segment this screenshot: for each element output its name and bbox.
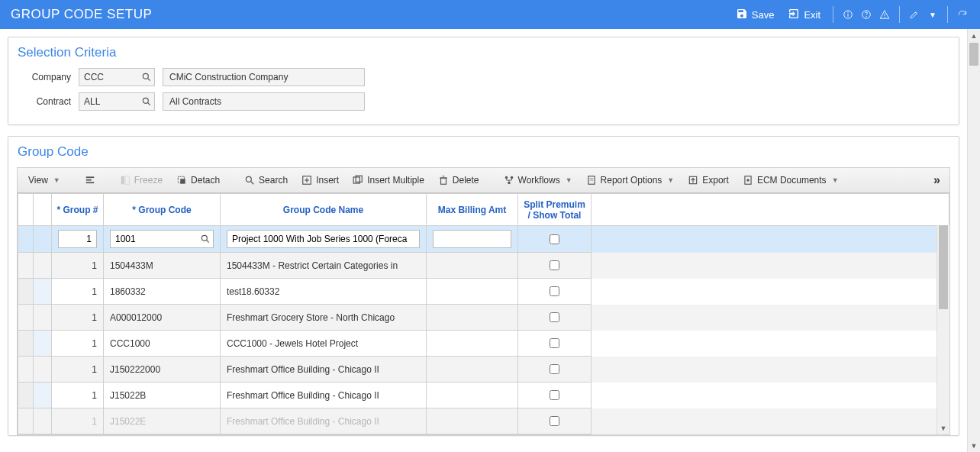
max-billing-cell: [427, 408, 518, 434]
company-input-wrap: [79, 68, 155, 86]
freeze-label: Freeze: [134, 175, 163, 186]
search-icon[interactable]: [141, 96, 152, 107]
export-icon: [688, 175, 698, 186]
row-selector[interactable]: [34, 331, 52, 357]
dropdown-caret[interactable]: ▼: [926, 11, 940, 19]
exit-button[interactable]: Exit: [783, 5, 825, 25]
exit-label: Exit: [804, 9, 820, 21]
export-button[interactable]: Export: [682, 172, 735, 189]
contract-label: Contract: [18, 96, 71, 107]
svg-point-9: [143, 98, 148, 103]
edit-icon[interactable]: [907, 8, 921, 21]
column-group-code[interactable]: * Group Code: [104, 194, 221, 226]
group-code-name-cell: Freshmart Office Building - Chicago II: [221, 357, 427, 383]
svg-rect-15: [125, 176, 129, 185]
row-selector[interactable]: [34, 226, 52, 253]
row-handle[interactable]: [18, 226, 34, 253]
group-code-input[interactable]: [110, 230, 214, 248]
app-header: GROUP CODE SETUP Save Exit ▼: [0, 0, 980, 29]
group-code-name-input[interactable]: [227, 230, 420, 248]
grid-scrollbar[interactable]: ▼: [936, 225, 949, 434]
detach-button[interactable]: Detach: [170, 172, 226, 189]
company-row: Company CMiC Construction Company: [18, 68, 949, 86]
save-button[interactable]: Save: [731, 5, 779, 25]
info-icon[interactable]: [841, 8, 855, 21]
format-button[interactable]: [79, 172, 102, 189]
insert-icon: [301, 175, 312, 186]
save-icon: [736, 8, 748, 22]
split-premium-checkbox[interactable]: [550, 260, 559, 270]
refresh-icon[interactable]: [956, 8, 969, 21]
max-billing-cell: [427, 331, 518, 357]
svg-point-30: [508, 182, 511, 185]
table-row[interactable]: 1J15022EFreshmart Office Building - Chic…: [18, 408, 949, 434]
row-handle[interactable]: [18, 253, 34, 279]
column-group-code-name[interactable]: Group Code Name: [221, 194, 427, 226]
split-premium-checkbox[interactable]: [550, 312, 559, 322]
table-row[interactable]: 1A000012000Freshmart Grocery Store - Nor…: [18, 305, 949, 331]
svg-point-37: [746, 179, 750, 182]
row-selector[interactable]: [34, 305, 52, 331]
exit-icon: [788, 8, 800, 22]
toolbar-overflow[interactable]: »: [929, 172, 945, 189]
split-premium-checkbox[interactable]: [550, 416, 559, 426]
delete-button[interactable]: Delete: [432, 172, 485, 189]
view-menu[interactable]: View ▼: [22, 172, 66, 189]
group-num-input[interactable]: [58, 230, 97, 248]
group-num-cell: 1: [52, 383, 104, 408]
max-billing-input[interactable]: [433, 230, 511, 248]
row-selector[interactable]: [34, 357, 52, 383]
ecm-documents-button[interactable]: ECM Documents ▼: [737, 172, 845, 189]
row-handle[interactable]: [18, 305, 34, 331]
chevron-down-icon: ▼: [832, 176, 839, 184]
table-row[interactable]: 11504433M1504433M - Restrict Certain Cat…: [18, 253, 949, 279]
table-row[interactable]: 1CCC1000CCC1000 - Jewels Hotel Project: [18, 331, 949, 357]
table-row[interactable]: 1J15022BFreshmart Office Building - Chic…: [18, 383, 949, 408]
row-handle[interactable]: [18, 331, 34, 357]
svg-rect-17: [180, 179, 185, 183]
insert-multiple-button[interactable]: Insert Multiple: [347, 172, 430, 189]
search-icon[interactable]: [200, 234, 211, 244]
svg-point-28: [505, 176, 508, 179]
row-selector[interactable]: [34, 253, 52, 279]
split-premium-checkbox[interactable]: [550, 390, 559, 400]
selection-criteria-panel: Selection Criteria Company CMiC Construc…: [8, 37, 959, 125]
row-handle[interactable]: [18, 357, 34, 383]
help-icon[interactable]: [859, 8, 873, 21]
split-premium-checkbox[interactable]: [550, 286, 559, 296]
group-num-cell: 1: [52, 279, 104, 305]
row-handle[interactable]: [18, 408, 34, 434]
table-row[interactable]: [18, 226, 949, 253]
group-code-cell: A000012000: [104, 305, 221, 331]
row-selector[interactable]: [34, 383, 52, 408]
column-group-num[interactable]: * Group #: [52, 194, 104, 226]
page-scrollbar[interactable]: ▲ ▼: [967, 29, 980, 452]
freeze-button[interactable]: Freeze: [114, 172, 169, 189]
split-premium-checkbox[interactable]: [550, 234, 559, 244]
split-premium-checkbox[interactable]: [550, 364, 559, 374]
delete-label: Delete: [453, 175, 479, 186]
row-index-header: [34, 194, 52, 226]
row-selector[interactable]: [34, 408, 52, 434]
save-label: Save: [752, 9, 775, 21]
divider: [899, 6, 900, 23]
group-code-cell: J15022B: [104, 383, 221, 408]
svg-rect-13: [85, 182, 94, 183]
split-premium-checkbox[interactable]: [550, 338, 559, 348]
row-handle[interactable]: [18, 383, 34, 408]
svg-rect-25: [440, 178, 446, 184]
column-header-row: * Group # * Group Code Group Code Name M…: [18, 194, 949, 226]
column-max-billing-amt[interactable]: Max Billing Amt: [427, 194, 518, 226]
column-split-premium[interactable]: Split Premuim / Show Total: [518, 194, 592, 226]
search-icon: [244, 175, 255, 186]
insert-button[interactable]: Insert: [295, 172, 345, 189]
row-selector[interactable]: [34, 279, 52, 305]
table-row[interactable]: 11860332test18.60332: [18, 279, 949, 305]
search-button[interactable]: Search: [238, 172, 294, 189]
table-row[interactable]: 1J150222000Freshmart Office Building - C…: [18, 357, 949, 383]
report-options-button[interactable]: Report Options ▼: [580, 172, 681, 189]
row-handle[interactable]: [18, 279, 34, 305]
workflows-button[interactable]: Workflows ▼: [498, 172, 579, 189]
search-icon[interactable]: [141, 72, 152, 82]
warning-icon[interactable]: [878, 8, 891, 21]
